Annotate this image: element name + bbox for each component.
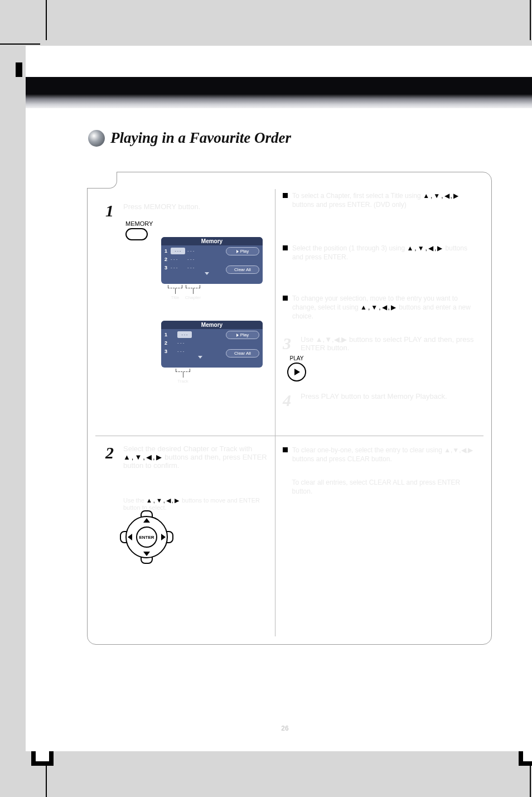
square-bullet-icon (283, 447, 288, 452)
crop-mark (530, 0, 531, 40)
step-2-sub: Use the ▲,▼,◀,▶ buttons to move and ENTE… (105, 496, 268, 511)
osd-play-label: Play (240, 332, 249, 337)
osd-title-cell: - - - (171, 257, 185, 262)
note-text: To clear one-by-one, select the entry to… (292, 446, 478, 463)
panel-notch (87, 172, 117, 189)
memory-button-icon (125, 228, 148, 240)
square-bullet-icon (283, 296, 288, 301)
osd-track-cell: - - - (177, 349, 192, 354)
osd-chapter-cell: - - - (187, 257, 202, 262)
note-clear-all: To clear all entries, select CLEAR ALL a… (283, 478, 478, 496)
note-text: To change your selection, move to the en… (292, 294, 478, 321)
bullet-sphere-icon (88, 130, 105, 147)
step-title: Select the desired Chapter or Track with… (123, 445, 268, 470)
osd-clear-label: Clear All (234, 351, 251, 356)
section-heading: Playing in a Favourite Order (88, 129, 291, 147)
osd-chapter-cell: - - - (187, 248, 202, 253)
osd-track-cell: - - - (177, 340, 192, 345)
note-select-chapter: To select a Chapter, first select a Titl… (283, 191, 478, 209)
step-1: 1 Press MEMORY button. (105, 202, 200, 219)
play-triangle-icon (294, 369, 300, 375)
page-number: 26 (26, 724, 532, 732)
osd-clear-button: Clear All (226, 265, 259, 274)
step-number: 2 (105, 445, 118, 461)
osd-row-num: 2 (165, 340, 168, 346)
play-button-icon (287, 363, 306, 381)
osd-clear-label: Clear All (234, 267, 251, 272)
step-title: Press MEMORY button. (123, 202, 200, 211)
step-number: 3 (283, 335, 295, 352)
note-change-selection: To change your selection, move to the en… (283, 294, 478, 321)
note-clear-one: To clear one-by-one, select the entry to… (283, 446, 478, 463)
chevron-down-icon (205, 272, 209, 275)
note-text: Select the position (1 through 3) using … (292, 244, 478, 262)
osd-column-callouts: Title Chapter (168, 285, 200, 300)
osd-title: Memory (161, 321, 263, 329)
heading-text: Playing in a Favourite Order (110, 129, 291, 147)
crop-mark (0, 44, 40, 45)
osd-clear-button: Clear All (226, 349, 259, 358)
step-number: 1 (105, 202, 118, 219)
arrow-down-icon (143, 552, 150, 556)
memory-remote-button: MEMORY (125, 220, 153, 240)
note-select-position: Select the position (1 through 3) using … (283, 244, 478, 262)
header-banner (26, 77, 532, 108)
osd-row-num: 3 (165, 265, 168, 271)
memory-button-label: MEMORY (125, 220, 153, 227)
osd-track-cell: - - - (177, 331, 192, 338)
step-2: 2 Select the desired Chapter or Track wi… (105, 445, 268, 470)
arrow-up-icon (143, 518, 150, 523)
col-chapter-label: Chapter (185, 295, 201, 300)
page: Playing in a Favourite Order DVD VCD 1 P… (26, 46, 532, 751)
play-button-label: PLAY (287, 355, 306, 361)
column-divider (275, 189, 275, 636)
row-divider (95, 436, 483, 436)
crop-mark (46, 0, 47, 40)
osd-play-button: Play (226, 331, 259, 339)
enter-dpad-icon: ENTER (125, 516, 168, 558)
col-track-label: Track (177, 379, 188, 384)
step-3: 3 Use ▲,▼,◀,▶ buttons to select PLAY and… (283, 335, 479, 352)
osd-chapter-cell: - - - (187, 265, 202, 270)
memory-osd-vcd: Memory 1 - - - 2 - - - 3 - - - Play (161, 321, 263, 368)
osd-column-callouts: Track (176, 369, 190, 384)
chevron-down-icon (198, 356, 202, 359)
note-text: To select a Chapter, first select a Titl… (292, 191, 478, 209)
osd-row-num: 1 (165, 332, 168, 337)
memory-osd-dvd: Memory 1 - - - - - - 2 - - - - - - 3 - -… (161, 237, 263, 284)
osd-play-label: Play (240, 249, 249, 254)
osd-row-num: 1 (165, 248, 168, 254)
arrow-left-icon (128, 534, 132, 540)
osd-title-cell: - - - (171, 265, 185, 270)
osd-play-button: Play (226, 247, 259, 255)
note-text: To clear all entries, select CLEAR ALL a… (292, 478, 478, 496)
osd-title: Memory (161, 237, 263, 245)
step-title: Press PLAY button to start Memory Playba… (301, 392, 447, 400)
instruction-panel: 1 Press MEMORY button. MEMORY Memory 1 -… (87, 172, 492, 645)
step-title: Use ▲,▼,◀,▶ buttons to select PLAY and t… (301, 335, 479, 352)
step-4: 4 Press PLAY button to start Memory Play… (283, 392, 447, 409)
square-bullet-icon (283, 193, 288, 198)
step-number: 4 (283, 392, 295, 409)
osd-row-num: 2 (165, 257, 168, 262)
enter-button-label: ENTER (136, 526, 157, 548)
play-remote-button: PLAY (287, 355, 306, 381)
square-bullet-icon (283, 245, 288, 250)
arrow-right-icon (161, 534, 166, 540)
step-sub: Use the ▲,▼,◀,▶ buttons to move and ENTE… (123, 497, 268, 511)
osd-row-num: 3 (165, 349, 168, 354)
osd-title-cell: - - - (171, 248, 185, 254)
col-title-label: Title (171, 295, 180, 300)
